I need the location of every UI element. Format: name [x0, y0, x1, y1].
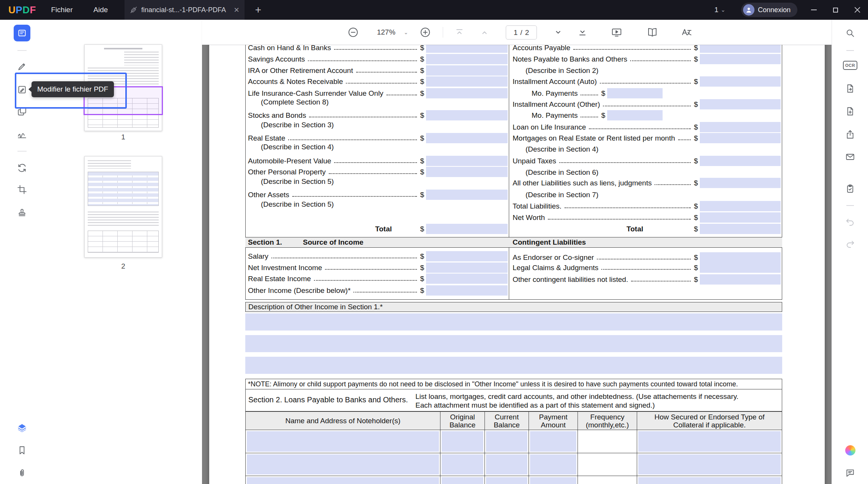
menu-aide[interactable]: Aide [87, 0, 114, 20]
amount-input[interactable] [426, 110, 508, 120]
maximize-button[interactable] [825, 0, 846, 20]
table-cell-input[interactable] [442, 431, 483, 452]
feedback-button[interactable] [842, 465, 859, 481]
attachment-button[interactable] [14, 465, 30, 481]
table-cell-input[interactable] [530, 477, 576, 484]
amount-input[interactable] [700, 156, 781, 166]
previous-page-button[interactable] [477, 25, 492, 40]
annotate-tool-button[interactable] [14, 58, 30, 75]
page-layout-button[interactable] [645, 25, 660, 40]
table-cell-input[interactable] [486, 477, 527, 484]
other-income-input-row[interactable] [245, 335, 782, 352]
first-page-button[interactable] [452, 25, 467, 40]
window-count: 1 [714, 6, 718, 14]
amount-input[interactable] [607, 110, 663, 120]
layers-button[interactable] [14, 419, 30, 436]
paperclip-icon [17, 468, 27, 478]
minimize-button[interactable] [803, 0, 825, 20]
amount-input[interactable] [700, 133, 781, 143]
amount-input[interactable] [426, 263, 508, 273]
amount-input[interactable] [700, 263, 781, 273]
amount-input[interactable] [700, 54, 781, 64]
amount-input[interactable] [700, 178, 781, 188]
zoom-dropdown-caret[interactable]: ⌄ [401, 25, 411, 40]
amount-input[interactable] [426, 251, 508, 261]
redo-button[interactable] [842, 236, 859, 252]
amount-input[interactable] [700, 45, 781, 53]
other-income-input-row[interactable] [245, 357, 782, 374]
sign-tool-button[interactable] [14, 126, 30, 143]
page-number-input[interactable]: 1 / 2 [506, 25, 537, 40]
bookmark-button[interactable] [14, 442, 30, 459]
share-button[interactable] [842, 126, 859, 143]
logo-letter: F [30, 4, 36, 16]
tab-close-icon[interactable]: × [234, 5, 239, 14]
zoom-out-button[interactable] [346, 25, 361, 40]
table-cell-input[interactable] [247, 431, 439, 452]
next-page-button[interactable] [551, 25, 566, 40]
liability-row: Installment Account (Auto)$ [513, 76, 781, 87]
document-tab[interactable]: financial-st...-1-PDFA-PDFA × [125, 0, 245, 20]
ocr-button[interactable]: OCR [842, 57, 859, 74]
table-cell-input[interactable] [530, 431, 576, 452]
amount-input[interactable] [700, 99, 781, 109]
field-label: Net Investment Income [248, 264, 322, 272]
amount-input[interactable] [426, 285, 508, 296]
convert-tool-button[interactable] [14, 160, 30, 176]
amount-input[interactable] [426, 45, 508, 53]
edit-pdf-tool-button[interactable] [14, 81, 30, 98]
amount-input[interactable] [426, 156, 508, 166]
amount-input[interactable] [426, 274, 508, 284]
stamp-tool-button[interactable] [14, 204, 30, 220]
amount-input[interactable] [607, 88, 663, 98]
new-tab-button[interactable]: + [248, 0, 269, 20]
amount-input[interactable] [700, 76, 781, 87]
amount-input[interactable] [426, 224, 508, 234]
undo-button[interactable] [842, 214, 859, 230]
reader-tool-button[interactable] [14, 25, 30, 41]
field-label: Loan on Life Insurance [513, 123, 586, 131]
table-cell-input[interactable] [247, 477, 439, 484]
other-income-input-row[interactable] [245, 313, 782, 331]
crop-tool-button[interactable] [14, 181, 30, 198]
amount-input[interactable] [426, 190, 508, 200]
login-button[interactable]: Connexion [741, 3, 797, 17]
amount-input[interactable] [426, 65, 508, 76]
amount-input[interactable] [700, 122, 781, 132]
amount-input[interactable] [700, 274, 781, 285]
window-count-dropdown[interactable]: 1 ⌄ [705, 0, 734, 20]
search-button[interactable] [842, 25, 859, 41]
form-field-button[interactable] [842, 180, 859, 197]
amount-input[interactable] [700, 201, 781, 211]
stickers-button[interactable] [842, 442, 859, 459]
amount-input[interactable] [700, 224, 781, 234]
zoom-level[interactable]: 127% [371, 25, 401, 40]
menu-fichier[interactable]: Fichier [45, 0, 79, 20]
table-cell-input[interactable] [486, 454, 527, 475]
export-button[interactable] [842, 80, 859, 97]
amount-input[interactable] [700, 212, 781, 223]
table-cell-input[interactable] [442, 477, 483, 484]
table-cell-input[interactable] [530, 454, 576, 475]
create-pdf-button[interactable] [842, 103, 859, 120]
last-page-button[interactable] [575, 25, 590, 40]
document-canvas[interactable]: Cash on Hand & In Banks$ Savings Account… [202, 45, 832, 484]
translate-button[interactable] [679, 25, 694, 40]
amount-input[interactable] [700, 252, 781, 263]
close-button[interactable] [846, 0, 868, 20]
table-cell-input[interactable] [442, 454, 483, 475]
table-cell-input[interactable] [247, 454, 439, 475]
table-cell-input[interactable] [638, 431, 781, 452]
email-button[interactable] [842, 149, 859, 165]
amount-input[interactable] [426, 54, 508, 64]
zoom-in-button[interactable] [418, 25, 433, 40]
amount-input[interactable] [426, 167, 508, 177]
asset-subrow: (Describe in Section 3) [248, 119, 508, 130]
organize-pages-tool-button[interactable] [14, 103, 30, 120]
presentation-mode-button[interactable] [609, 25, 624, 40]
table-cell-input[interactable] [638, 454, 781, 475]
table-cell-input[interactable] [486, 431, 527, 452]
table-cell-input[interactable] [638, 477, 781, 484]
page-thumbnail-2[interactable] [84, 156, 162, 258]
amount-input[interactable] [426, 76, 508, 87]
